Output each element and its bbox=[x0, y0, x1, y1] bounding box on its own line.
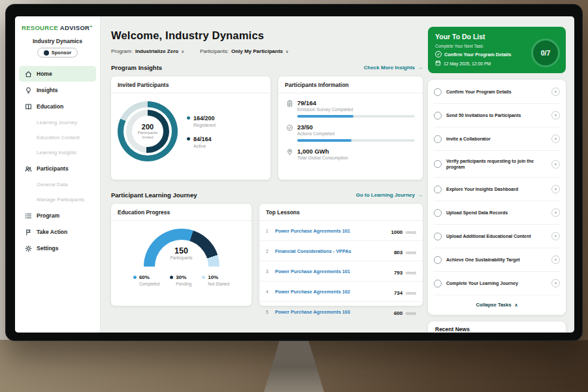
lesson-link[interactable]: Power Purchase Agreements 102 bbox=[275, 289, 389, 295]
next-task-link[interactable]: ✓ Confirm Your Program Details bbox=[435, 51, 523, 57]
chevron-down-icon: ∨ bbox=[286, 49, 289, 54]
chevron-down-icon: ∨ bbox=[181, 49, 184, 54]
gauge-legend: 60% Completed 30% Pending 10% Not Starte… bbox=[111, 274, 252, 286]
legend-registered: 164/200 Registered bbox=[187, 115, 216, 127]
task-checkbox[interactable] bbox=[434, 186, 442, 193]
sidebar-item-label: Participants bbox=[37, 165, 69, 172]
emission-survey-progress-bar bbox=[297, 115, 415, 118]
learning-cards-row: Education Progress 150 Participants 60 bbox=[111, 204, 423, 306]
sidebar-item-participants[interactable]: Participants bbox=[19, 161, 96, 176]
task-row[interactable]: Upload Spend Data Records › bbox=[434, 201, 560, 225]
task-row[interactable]: Complete Your Learning Journey › bbox=[434, 272, 560, 295]
invited-participants-donut-chart: 200 Participants Invited bbox=[118, 101, 178, 161]
location-pin-icon bbox=[286, 148, 293, 155]
chevron-right-icon[interactable]: › bbox=[551, 160, 560, 169]
sidebar-item-take-action[interactable]: Take Action bbox=[19, 224, 96, 240]
logo-text-resource: RESOURCE bbox=[22, 24, 58, 31]
sidebar-item-insights[interactable]: Insights bbox=[19, 82, 96, 98]
survey-clipboard-icon bbox=[286, 100, 293, 107]
chevron-right-icon[interactable]: › bbox=[551, 232, 560, 240]
collapse-tasks-button[interactable]: Collapse Tasks ∧ bbox=[434, 295, 560, 314]
not-started-dot bbox=[202, 276, 205, 279]
sidebar-item-learning-journey[interactable]: Learning Journey bbox=[15, 115, 100, 130]
stat-global-consumption: 1,000 GWh Total Global Consumption bbox=[286, 148, 415, 160]
sidebar-item-label: Education bbox=[37, 103, 63, 110]
lesson-link[interactable]: Power Purchase Agreements 101 bbox=[275, 269, 389, 274]
lesson-row: 2 Financial Considerations - VPPAs 803 v… bbox=[259, 241, 423, 261]
chevron-right-icon[interactable]: › bbox=[551, 88, 560, 96]
task-checkbox[interactable] bbox=[434, 88, 442, 96]
list-icon bbox=[25, 212, 32, 220]
task-row[interactable]: Upload Additional Educational Content › bbox=[434, 225, 560, 248]
active-dot bbox=[187, 137, 190, 140]
chevron-right-icon[interactable]: › bbox=[551, 279, 560, 287]
task-checkbox[interactable] bbox=[434, 280, 442, 287]
task-row[interactable]: Explore Your Insights Dashboard › bbox=[434, 178, 560, 201]
chevron-right-icon[interactable]: › bbox=[551, 208, 560, 217]
task-checkbox[interactable] bbox=[434, 209, 442, 217]
recent-news-card: Recent News bbox=[428, 321, 566, 333]
task-row[interactable]: Confirm Your Program Details › bbox=[434, 80, 560, 104]
top-lessons-card: Top Lessons 1 Power Purchase Agreements … bbox=[259, 204, 423, 306]
sidebar-item-learning-insights[interactable]: Learning Insights bbox=[15, 145, 100, 160]
task-row[interactable]: Verify participants requesting to join t… bbox=[434, 151, 560, 178]
sidebar-item-label: Settings bbox=[37, 245, 59, 252]
registered-dot bbox=[187, 116, 190, 120]
task-row[interactable]: Send 50 Invitations to Participants › bbox=[434, 104, 560, 127]
filters-row: Program: Industrialize Zero ∨ Participan… bbox=[111, 48, 423, 54]
lesson-row: 4 Power Purchase Agreements 102 734 view… bbox=[259, 282, 423, 302]
arrow-right-icon: → bbox=[417, 192, 423, 198]
program-insights-header: Program Insights Check More Insights → bbox=[111, 64, 423, 71]
lesson-row: 1 Power Purchase Agreements 101 1000 vie… bbox=[259, 221, 423, 241]
insights-cards-row: Invited Participants 200 Participants In… bbox=[111, 76, 423, 180]
sidebar-item-label: Home bbox=[37, 71, 52, 77]
lesson-row: 5 Power Purchase Agreements 103 600 view… bbox=[259, 302, 423, 321]
todo-progress-ring: 0/7 bbox=[531, 39, 560, 67]
task-checkbox[interactable] bbox=[434, 112, 442, 120]
card-title: Top Lessons bbox=[259, 204, 423, 221]
logo-plus: + bbox=[90, 24, 92, 29]
go-to-learning-journey-link[interactable]: Go to Learning Journey → bbox=[356, 192, 423, 198]
sidebar-item-label: Insights bbox=[37, 87, 58, 93]
task-checkbox[interactable] bbox=[434, 160, 442, 168]
sidebar-nav: Home Insights Education Learning Journey bbox=[15, 66, 100, 256]
task-checkbox[interactable] bbox=[434, 135, 442, 143]
chevron-right-icon[interactable]: › bbox=[551, 255, 560, 264]
lesson-link[interactable]: Financial Considerations - VPPAs bbox=[275, 248, 389, 254]
legend-active: 84/164 Active bbox=[187, 136, 216, 148]
task-row[interactable]: Invite a Collaborator › bbox=[434, 127, 560, 151]
section-title: Participant Learning Journey bbox=[111, 191, 197, 199]
chevron-right-icon[interactable]: › bbox=[551, 135, 560, 143]
gear-icon bbox=[25, 245, 32, 252]
chevron-right-icon[interactable]: › bbox=[551, 185, 560, 193]
program-filter-dropdown[interactable]: Program: Industrialize Zero ∨ bbox=[111, 48, 184, 54]
chevron-right-icon[interactable]: › bbox=[551, 111, 560, 120]
legend-pending: 30% Pending bbox=[170, 274, 191, 286]
sidebar-item-home[interactable]: Home bbox=[19, 66, 96, 82]
sidebar-item-settings[interactable]: Settings bbox=[19, 240, 96, 256]
lesson-link[interactable]: Power Purchase Agreements 103 bbox=[275, 309, 389, 315]
sidebar-item-education-content[interactable]: Education Content bbox=[15, 130, 100, 145]
monitor-bezel: RESOURCE ADVISOR+ Industry Dynamics Spon… bbox=[5, 4, 583, 341]
sidebar-item-manage-participants[interactable]: Manage Participants bbox=[15, 192, 100, 207]
lightbulb-icon bbox=[25, 87, 32, 94]
sidebar-item-program[interactable]: Program bbox=[19, 208, 96, 223]
chevron-up-icon: ∧ bbox=[515, 302, 518, 308]
participants-information-card: Participants Information 79/164 Emission… bbox=[278, 76, 423, 180]
lesson-link[interactable]: Power Purchase Agreements 101 bbox=[275, 228, 386, 234]
actions-progress-bar bbox=[297, 139, 415, 142]
sponsor-badge: Sponsor bbox=[37, 48, 78, 57]
task-row[interactable]: Achieve One Sustainability Target › bbox=[434, 248, 560, 272]
donut-center-value: 200 bbox=[142, 123, 154, 131]
sponsor-label: Sponsor bbox=[52, 50, 71, 56]
task-checkbox[interactable] bbox=[434, 233, 442, 240]
sidebar-item-general-data[interactable]: General Data bbox=[15, 177, 100, 192]
gauge-center-value: 150 bbox=[144, 246, 220, 255]
task-checkbox[interactable] bbox=[434, 256, 442, 264]
page-title: Welcome, Industry Dynamics bbox=[111, 29, 423, 42]
participants-filter-dropdown[interactable]: Participants: Only My Participants ∨ bbox=[200, 48, 289, 54]
education-progress-card: Education Progress 150 Participants 60 bbox=[111, 204, 252, 306]
sidebar-item-education[interactable]: Education bbox=[19, 99, 96, 114]
check-more-insights-link[interactable]: Check More Insights → bbox=[364, 65, 423, 71]
section-title: Program Insights bbox=[111, 64, 162, 71]
